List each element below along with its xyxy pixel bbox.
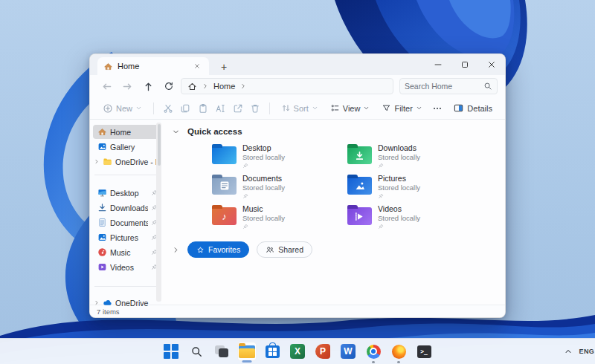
see-more-button[interactable] <box>429 100 445 117</box>
quick-access-item-videos[interactable]: Videos Stored locally <box>347 204 483 231</box>
sidebar-item-home[interactable]: Home <box>93 125 160 139</box>
word-button[interactable]: W <box>338 342 358 361</box>
sidebar-item-gallery[interactable]: Gallery <box>93 140 160 154</box>
sidebar-item-videos[interactable]: Videos <box>93 260 160 274</box>
task-view-button[interactable] <box>212 342 231 361</box>
word-icon: W <box>341 344 356 359</box>
firefox-button[interactable] <box>389 342 408 361</box>
terminal-button[interactable]: >_ <box>414 342 434 361</box>
videos-folder-icon <box>347 207 372 225</box>
back-button[interactable] <box>97 78 115 94</box>
paste-button[interactable] <box>195 100 210 117</box>
chevron-right-icon[interactable] <box>94 158 100 165</box>
taskbar-search-button[interactable] <box>187 342 206 361</box>
maximize-button[interactable] <box>451 54 478 75</box>
tab-close-icon[interactable] <box>191 61 203 71</box>
sidebar-item-onedrive-personal[interactable]: OneDrive - Perso <box>93 155 160 169</box>
chevron-down-icon[interactable] <box>172 128 180 136</box>
delete-button[interactable] <box>247 100 263 117</box>
sidebar-scrollbar[interactable] <box>156 123 161 302</box>
start-button[interactable] <box>161 342 181 361</box>
share-button[interactable] <box>230 100 245 117</box>
minimize-button[interactable] <box>425 54 451 75</box>
people-icon <box>266 245 274 254</box>
breadcrumb-home-icon[interactable] <box>187 82 197 91</box>
close-button[interactable] <box>478 54 505 75</box>
picture-icon <box>97 233 107 242</box>
pictures-folder-icon <box>347 177 372 195</box>
search-icon <box>190 345 203 358</box>
tab-home[interactable]: Home <box>97 57 209 75</box>
pin-icon <box>378 193 420 199</box>
pin-icon <box>242 163 285 169</box>
sidebar-item-documents[interactable]: Documents <box>93 215 160 230</box>
star-icon <box>196 246 205 254</box>
download-icon <box>97 203 107 212</box>
navigation-bar: Home <box>90 75 505 97</box>
tray-chevron-up-icon[interactable] <box>564 347 573 356</box>
tab-label: Home <box>118 62 187 71</box>
excel-button[interactable]: X <box>288 342 307 361</box>
window-controls <box>425 54 505 75</box>
quick-access-item-desktop[interactable]: Desktop Stored locally <box>212 143 347 170</box>
main-content: Quick access Desktop Stored locally <box>161 120 505 305</box>
gallery-icon <box>97 142 107 152</box>
quick-access-header[interactable]: Quick access <box>172 127 505 136</box>
video-icon <box>97 262 107 272</box>
sidebar-item-desktop[interactable]: Desktop <box>93 186 160 200</box>
search-input[interactable] <box>405 82 483 91</box>
chevron-right-icon <box>202 82 209 90</box>
desktop: Home + Home <box>0 0 595 364</box>
breadcrumb-item-home[interactable]: Home <box>213 82 235 91</box>
cut-button[interactable] <box>160 100 176 117</box>
chrome-icon <box>367 345 381 359</box>
file-explorer-window: Home + Home <box>89 53 506 318</box>
sort-button[interactable]: Sort <box>276 100 324 117</box>
view-button[interactable]: View <box>325 100 376 117</box>
new-button[interactable]: New <box>97 100 147 117</box>
chevron-right-icon[interactable] <box>94 299 100 306</box>
windows-logo-icon <box>164 344 178 359</box>
documents-folder-icon <box>212 177 237 195</box>
new-tab-button[interactable]: + <box>216 61 231 75</box>
excel-icon: X <box>290 344 305 359</box>
favorites-row: Favorites Shared <box>172 241 505 258</box>
chevron-right-icon[interactable] <box>172 246 180 254</box>
copy-button[interactable] <box>177 100 193 117</box>
search-icon[interactable] <box>483 82 492 91</box>
refresh-button[interactable] <box>160 78 178 94</box>
microsoft-store-button[interactable] <box>263 342 282 361</box>
details-button[interactable]: Details <box>448 100 498 117</box>
search-box[interactable] <box>399 78 498 94</box>
up-button[interactable] <box>139 78 157 94</box>
sidebar-item-downloads[interactable]: Downloads <box>93 201 160 215</box>
filter-button[interactable]: Filter <box>376 100 427 117</box>
file-explorer-taskbar-button[interactable] <box>237 342 257 361</box>
tab-strip: Home + <box>90 54 505 75</box>
sidebar-item-pictures[interactable]: Pictures <box>93 230 160 244</box>
breadcrumb[interactable]: Home <box>181 78 393 94</box>
firefox-icon <box>392 345 406 359</box>
cloud-icon <box>103 298 112 308</box>
divider <box>269 103 270 114</box>
shared-pill[interactable]: Shared <box>257 241 312 258</box>
forward-button[interactable] <box>118 78 136 94</box>
quick-access-item-downloads[interactable]: Downloads Stored locally <box>347 143 483 170</box>
sidebar-item-music[interactable]: Music <box>93 245 160 259</box>
chevron-right-icon <box>239 82 247 90</box>
quick-access-item-pictures[interactable]: Pictures Stored locally <box>347 174 483 201</box>
language-indicator[interactable]: ENG <box>579 348 594 355</box>
folder-icon <box>103 157 112 166</box>
microsoft-store-icon <box>266 345 280 358</box>
favorites-pill[interactable]: Favorites <box>187 241 249 258</box>
task-view-icon <box>215 345 228 357</box>
quick-access-item-music[interactable]: ♪ Music Stored locally <box>212 204 347 231</box>
command-bar: New Sort View Filter <box>90 97 505 120</box>
chrome-button[interactable] <box>364 342 383 361</box>
sidebar: Home Gallery OneDrive - Perso Desktop <box>90 120 161 305</box>
powerpoint-button[interactable]: P <box>313 342 332 361</box>
divider <box>94 286 157 287</box>
quick-access-item-documents[interactable]: Documents Stored locally <box>212 174 347 201</box>
rename-button[interactable] <box>212 100 228 117</box>
sidebar-item-onedrive[interactable]: OneDrive <box>93 296 160 310</box>
